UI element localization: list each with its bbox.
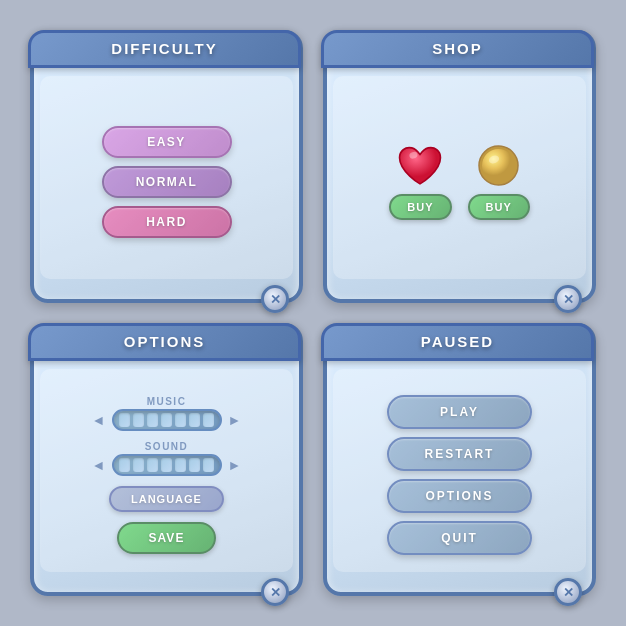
music-seg-4 [161, 413, 172, 427]
shop-title-bar: SHOP [321, 30, 594, 68]
difficulty-panel: DIFFICULTY EASY NORMAL HARD ✕ [30, 30, 303, 303]
shop-items-container: BUY [389, 143, 529, 220]
music-seg-2 [133, 413, 144, 427]
buy-heart-button[interactable]: BUY [389, 194, 451, 220]
paused-body: PLAY RESTART OPTIONS QUIT [327, 361, 592, 578]
shop-item-heart: BUY [389, 143, 451, 220]
difficulty-body: EASY NORMAL HARD [34, 68, 299, 285]
paused-panel: PAUSED PLAY RESTART OPTIONS QUIT ✕ [323, 323, 596, 596]
options-title: OPTIONS [124, 333, 206, 350]
paused-title: PAUSED [421, 333, 494, 350]
music-seg-3 [147, 413, 158, 427]
music-label: MUSIC [147, 396, 187, 407]
coin-icon [476, 143, 521, 188]
save-button[interactable]: SAVE [117, 522, 217, 554]
language-button[interactable]: LANGUAGE [109, 486, 224, 512]
music-slider-container: ◄ ► [48, 409, 285, 431]
options-body: MUSIC ◄ ► SOUND [34, 361, 299, 578]
shop-close-button[interactable]: ✕ [554, 285, 582, 313]
sound-slider-track[interactable] [112, 454, 222, 476]
main-grid: DIFFICULTY EASY NORMAL HARD ✕ SHOP [0, 0, 626, 626]
sound-label: SOUND [145, 441, 189, 452]
options-close-button[interactable]: ✕ [261, 578, 289, 606]
music-seg-7 [203, 413, 214, 427]
quit-button[interactable]: QUIT [387, 521, 532, 555]
sound-row: SOUND ◄ ► [48, 441, 285, 476]
sound-seg-6 [189, 458, 200, 472]
shop-title: SHOP [432, 40, 483, 57]
normal-button[interactable]: NORMAL [102, 166, 232, 198]
sound-seg-2 [133, 458, 144, 472]
music-slider-track[interactable] [112, 409, 222, 431]
options-title-bar: OPTIONS [28, 323, 301, 361]
sound-seg-7 [203, 458, 214, 472]
difficulty-title-bar: DIFFICULTY [28, 30, 301, 68]
sound-seg-5 [175, 458, 186, 472]
paused-close-button[interactable]: ✕ [554, 578, 582, 606]
paused-title-bar: PAUSED [321, 323, 594, 361]
paused-options-button[interactable]: OPTIONS [387, 479, 532, 513]
sound-arrow-left[interactable]: ◄ [90, 456, 108, 474]
music-seg-6 [189, 413, 200, 427]
music-arrow-left[interactable]: ◄ [90, 411, 108, 429]
options-panel: OPTIONS MUSIC ◄ ► [30, 323, 303, 596]
difficulty-close-button[interactable]: ✕ [261, 285, 289, 313]
hard-button[interactable]: HARD [102, 206, 232, 238]
shop-body: BUY [327, 68, 592, 285]
music-arrow-right[interactable]: ► [226, 411, 244, 429]
sound-slider-container: ◄ ► [48, 454, 285, 476]
sound-seg-4 [161, 458, 172, 472]
shop-panel: SHOP BUY [323, 30, 596, 303]
music-seg-1 [119, 413, 130, 427]
sound-seg-1 [119, 458, 130, 472]
shop-item-coin: BUY [468, 143, 530, 220]
sound-seg-3 [147, 458, 158, 472]
svg-point-2 [482, 149, 515, 182]
restart-button[interactable]: RESTART [387, 437, 532, 471]
music-seg-5 [175, 413, 186, 427]
music-row: MUSIC ◄ ► [48, 396, 285, 431]
sound-arrow-right[interactable]: ► [226, 456, 244, 474]
play-button[interactable]: PLAY [387, 395, 532, 429]
buy-coin-button[interactable]: BUY [468, 194, 530, 220]
difficulty-title: DIFFICULTY [111, 40, 217, 57]
easy-button[interactable]: EASY [102, 126, 232, 158]
heart-icon [395, 143, 445, 188]
